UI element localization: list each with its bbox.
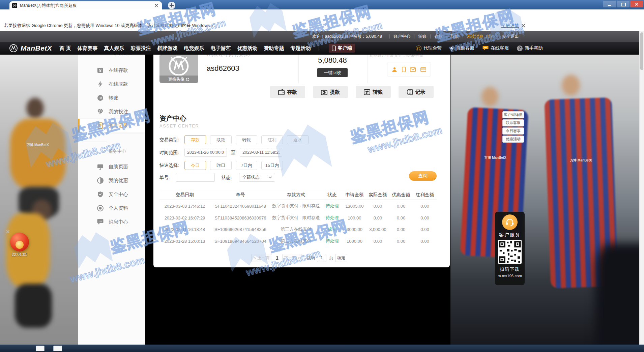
sidebar-item-online-withdraw[interactable]: 在线取款 — [78, 77, 145, 91]
nav-item-topics[interactable]: 专题活动 — [291, 45, 311, 52]
nav-item-cards[interactable]: 棋牌游戏 — [157, 45, 178, 52]
nav-item-live[interactable]: 真人娱乐 — [104, 45, 124, 52]
quick-today-button[interactable]: 今日 — [184, 161, 206, 170]
transfer-button[interactable]: 转账 — [356, 86, 391, 98]
page-scrollbar[interactable] — [639, 31, 644, 345]
table-row: 2023-01-28 15:00:13SF1091869484664520704… — [159, 235, 437, 247]
type-rebate-button[interactable]: 返水 — [287, 135, 309, 144]
range-filter-label: 时间范围: — [159, 150, 179, 156]
window-close-button[interactable] — [630, 1, 643, 7]
notification-close-icon[interactable] — [521, 23, 526, 28]
jump-page-input[interactable] — [317, 254, 326, 262]
mobile-site-url: m.mx196.com — [495, 274, 525, 278]
nav-selfservice-link[interactable]: 自助客服 — [450, 45, 474, 51]
red-packet-float-widget[interactable] — [10, 233, 29, 252]
prev-page-button[interactable]: < 上一页 — [251, 254, 272, 262]
float-widget-close-icon[interactable] — [5, 229, 10, 234]
quick-7days-button[interactable]: 7日内 — [236, 161, 257, 170]
sidebar-item-my-bets[interactable]: 我的投注 — [78, 105, 145, 119]
deposit-button[interactable]: 存款 — [270, 86, 305, 98]
avatar-emblem-icon — [159, 54, 198, 76]
userbar-link-account[interactable]: 账户中心 — [389, 34, 414, 38]
qr-code — [498, 240, 522, 264]
logo-emblem-icon — [9, 43, 18, 53]
side-tab-promotions[interactable]: 优惠活动 — [502, 136, 524, 143]
quick-15days-button[interactable]: 15日内 — [261, 161, 283, 170]
nav-item-sponsor[interactable]: 赞助专题 — [264, 45, 284, 52]
page-unit-label: 页 — [329, 254, 333, 262]
type-withdraw-button[interactable]: 取款 — [210, 135, 232, 144]
sidebar-item-online-deposit[interactable]: 在线存款 — [78, 63, 145, 77]
userbar-link-transfer[interactable]: 转账 — [414, 34, 430, 38]
date-from-input[interactable] — [184, 148, 227, 157]
nav-item-slots[interactable]: 电子游艺 — [211, 45, 231, 52]
mail-icon[interactable] — [410, 67, 416, 72]
sidebar-item-message-center[interactable]: 消息中心 — [78, 215, 145, 229]
scrollbar-thumb[interactable] — [640, 32, 643, 70]
sidebar-item-my-promos[interactable]: 我的优惠 — [78, 174, 145, 187]
user-avatar[interactable]: 更换头像 — [159, 54, 198, 83]
type-bonus-button[interactable]: 红利 — [261, 135, 283, 144]
side-tab-contact-service[interactable]: 联系客服 — [502, 119, 524, 126]
nav-item-promos[interactable]: 优惠活动 — [237, 45, 258, 52]
new-tab-button[interactable] — [168, 2, 175, 9]
change-avatar-overlay[interactable]: 更换头像 — [159, 76, 198, 83]
date-to-input[interactable] — [240, 148, 282, 157]
userbar-link-logout[interactable]: 安全退出 — [498, 34, 523, 38]
half-circle-icon — [97, 177, 104, 184]
side-tab-today-matches[interactable]: 今日赛事 — [502, 127, 524, 135]
nav-agent-link[interactable]: 代 代理合营 — [416, 45, 442, 51]
nav-item-esports[interactable]: 电竞娱乐 — [184, 45, 204, 52]
bank-card-icon[interactable] — [420, 67, 426, 72]
sidebar-item-selfservice-page[interactable]: 自助页面 — [78, 160, 145, 174]
quick-yesterday-button[interactable]: 昨日 — [210, 161, 232, 170]
nav-item-sports[interactable]: 体育赛事 — [78, 45, 98, 52]
nav-item-lottery[interactable]: 彩票投注 — [131, 45, 151, 52]
headset-icon — [502, 214, 518, 230]
table-header: 交易日期 单号 存款方式 状态 申请金额 实际金额 优惠金额 红利金额 — [159, 190, 437, 200]
sidebar-item-profile[interactable]: 个人资料 — [78, 201, 145, 215]
right-background-photo: 万博 ManBetX 万博 ManBetX — [450, 55, 644, 345]
window-minimize-button[interactable] — [603, 1, 616, 7]
to-label: 至 — [231, 150, 236, 156]
nav-help-link[interactable]: ? 新手帮助 — [517, 45, 543, 51]
asset-center-title: 资产中心 — [159, 114, 186, 123]
userbar-link-deposit[interactable]: 存款 — [430, 34, 446, 38]
confirm-jump-button[interactable]: 确定 — [335, 254, 347, 262]
person-icon[interactable] — [392, 67, 397, 72]
type-transfer-button[interactable]: 转账 — [236, 135, 257, 144]
sidebar-item-fund-records[interactable]: 资金记录 — [78, 119, 145, 133]
nav-item-client[interactable]: 客户端 — [329, 44, 355, 53]
window-maximize-button[interactable] — [617, 1, 630, 7]
order-no-input[interactable] — [176, 173, 215, 182]
userbar-link-messages[interactable]: 未读消息（0） — [463, 34, 498, 38]
asset-center-subtitle: ASSET CENTER — [159, 123, 199, 128]
records-button[interactable]: 记录 — [399, 86, 434, 98]
type-deposit-button[interactable]: 存款 — [184, 135, 206, 144]
status-badge: 待处理 — [321, 200, 343, 212]
site-logo[interactable]: ManBetX — [9, 43, 52, 53]
withdraw-button[interactable]: 提款 — [313, 86, 348, 98]
browser-tab[interactable]: ManBetX(万博体育)官网|英超狼 — [9, 1, 162, 9]
taskbar-item[interactable] — [53, 346, 62, 351]
security-icons-box — [387, 62, 431, 77]
taskbar-item[interactable] — [36, 346, 45, 351]
next-page-button[interactable]: 下一页 > — [282, 254, 302, 262]
sidebar-item-security-center[interactable]: 安全中心 — [78, 187, 145, 201]
search-button[interactable]: 查询 — [409, 171, 437, 181]
status-select[interactable]: 全部状态 — [239, 173, 275, 182]
col-header: 存款方式 — [271, 190, 321, 200]
col-header: 交易日期 — [159, 190, 210, 200]
one-key-recycle-button[interactable]: 一键回收 — [317, 68, 348, 77]
smartphone-icon[interactable] — [402, 67, 406, 72]
nav-livechat-link[interactable]: 在线客服 — [482, 45, 509, 51]
sidebar-item-transfer[interactable]: 转账 — [78, 91, 145, 105]
main-nav: ManBetX 首 页 体育赛事 真人娱乐 彩票投注 棋牌游戏 电竞娱乐 电子游… — [0, 42, 644, 55]
current-page: 1 — [276, 254, 279, 262]
nav-item-home[interactable]: 首 页 — [59, 45, 71, 52]
learn-more-link[interactable]: 了解详情 — [501, 20, 519, 31]
customer-service-widget[interactable]: 客户服务 扫码下载 m.mx196.com — [495, 212, 525, 285]
userbar-link-withdraw[interactable]: 取款 — [446, 34, 463, 38]
side-tab-client-info[interactable]: 客户端详情 — [502, 111, 524, 118]
tab-close-icon[interactable] — [154, 3, 159, 8]
